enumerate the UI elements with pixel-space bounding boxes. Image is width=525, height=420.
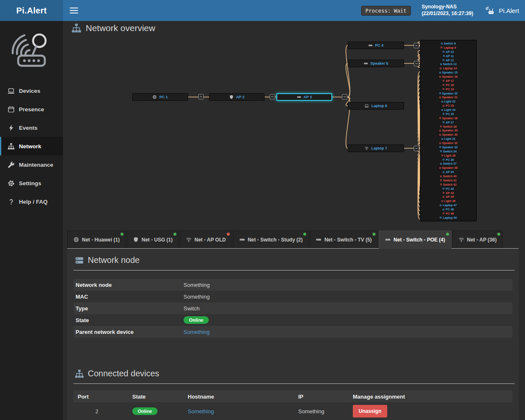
- stack-device-speaker-21[interactable]: Speaker 21: [420, 96, 476, 99]
- stack-device-switch-37[interactable]: Switch 37: [420, 162, 476, 165]
- stack-device-label: Light 46: [444, 200, 456, 202]
- tab-label: Net - USG (1): [142, 237, 173, 243]
- switch-icon: [316, 237, 321, 242]
- tab-net-switch-poe-4[interactable]: Net - Switch - POE (4): [379, 231, 452, 248]
- sidebar-item-presence[interactable]: Presence: [0, 100, 63, 118]
- stack-device-light-22[interactable]: Light 22: [420, 100, 476, 103]
- info-row: TypeSwitch: [74, 302, 512, 314]
- tab-status-dot: [227, 233, 230, 236]
- tab-status-dot: [446, 233, 449, 236]
- stack-device-speaker-38[interactable]: Speaker 38: [420, 166, 476, 169]
- sidebar-item-maintenance[interactable]: Maintenance: [0, 155, 63, 174]
- stack-device-switch-34[interactable]: Switch 34: [420, 150, 476, 153]
- stack-device-speaker-20[interactable]: Speaker 20: [420, 92, 476, 95]
- stack-device-ap-45[interactable]: AP 45: [420, 195, 476, 198]
- tab-net-usg-1[interactable]: Net - USG (1): [127, 231, 179, 248]
- collapse-button[interactable]: −: [414, 146, 419, 151]
- wrench-icon: [8, 161, 15, 168]
- column-header-state: State: [132, 394, 188, 400]
- stack-device-speaker-16[interactable]: Speaker 16: [420, 75, 476, 78]
- stack-device-label: Speaker 30: [442, 133, 458, 136]
- tab-net-switch-tv-5[interactable]: Net - Switch - TV (5): [310, 231, 378, 248]
- stack-device-light-46[interactable]: Light 46: [420, 200, 476, 202]
- stack-device-switch-13[interactable]: Switch 13: [420, 63, 476, 66]
- stack-device-light-35[interactable]: Light 35: [420, 154, 476, 157]
- stack-device-switch-40[interactable]: Switch 40: [420, 175, 476, 178]
- hostname-link[interactable]: Something: [188, 408, 214, 415]
- stack-device-switch-8[interactable]: Switch 8: [420, 42, 476, 45]
- sidebar-item-label: Devices: [19, 88, 40, 94]
- stack-device-label: Speaker 15: [442, 71, 458, 74]
- stack-device-laptop-50[interactable]: Laptop 50: [420, 216, 476, 219]
- tab-net-huawei-1[interactable]: Net - Huawei (1): [67, 231, 126, 248]
- tab-net-ap-old[interactable]: Net - AP OLD: [180, 231, 232, 248]
- sidebar-item-network[interactable]: Network: [0, 137, 63, 155]
- stack-device-pc-43[interactable]: PC 43: [420, 187, 476, 190]
- stack-device-ap-10[interactable]: AP 10: [420, 50, 476, 53]
- network-overview-icon: [71, 23, 81, 33]
- parent-device-link[interactable]: Something: [184, 329, 210, 335]
- device-node-speaker-5[interactable]: Speaker 5: [348, 60, 404, 67]
- stack-device-speaker-32[interactable]: Speaker 32: [420, 142, 476, 144]
- stack-device-ap-17[interactable]: AP 17: [420, 79, 476, 82]
- device-node-ap-2[interactable]: AP 2: [209, 93, 265, 101]
- stack-device-pc-23[interactable]: PC 23: [420, 104, 476, 107]
- stack-device-light-31[interactable]: Light 31: [420, 137, 476, 140]
- stack-device-pc-25[interactable]: PC 25: [420, 113, 476, 116]
- device-node-pc-4[interactable]: PC 4: [348, 42, 404, 49]
- ip-cell: Something: [298, 408, 353, 415]
- stack-device-switch-42[interactable]: Switch 42: [420, 183, 476, 186]
- stack-device-laptop-47[interactable]: Laptop 47: [420, 204, 476, 207]
- tab-status-dot: [303, 233, 306, 236]
- stack-device-label: Light 24: [444, 108, 456, 111]
- stack-device-pc-18[interactable]: PC 18: [420, 84, 476, 87]
- stack-device-pc-36[interactable]: PC 36: [420, 158, 476, 161]
- stack-device-label: PC 36: [446, 158, 454, 161]
- collapse-button[interactable]: −: [342, 94, 347, 100]
- shield-icon: [133, 237, 139, 242]
- stack-device-laptop-9[interactable]: Laptop 9: [420, 46, 476, 49]
- stack-device-switch-28[interactable]: Switch 28: [420, 125, 476, 128]
- stack-device-pc-19[interactable]: PC 19: [420, 88, 476, 91]
- unassign-button[interactable]: Unassign: [353, 405, 387, 417]
- sidebar-item-events[interactable]: Events: [0, 118, 63, 137]
- collapse-button[interactable]: −: [270, 94, 275, 100]
- device-node-laptop-6[interactable]: Laptop 6: [348, 102, 404, 110]
- stack-device-label: AP 12: [446, 59, 454, 62]
- device-node-ap-3[interactable]: AP 3: [276, 93, 332, 101]
- sidebar-item-settings[interactable]: Settings: [0, 174, 63, 192]
- stack-device-ap-12[interactable]: AP 12: [420, 59, 476, 62]
- stack-device-ap-39[interactable]: AP 39: [420, 171, 476, 173]
- device-node-laptop-7[interactable]: Laptop 7: [348, 144, 404, 152]
- top-nav-strip: Process: Wait Synology-NAS (22/01/2023, …: [63, 0, 525, 21]
- stack-device-light-24[interactable]: Light 24: [420, 108, 476, 111]
- bolt-icon: [8, 124, 15, 131]
- collapse-button[interactable]: −: [414, 61, 419, 66]
- online-badge: Online: [184, 316, 209, 324]
- sidebar-item-help-faq[interactable]: Help / FAQ: [0, 192, 63, 211]
- stack-device-speaker-15[interactable]: Speaker 15: [420, 71, 476, 74]
- sitemap-icon: [75, 369, 84, 378]
- stack-device-pc-49[interactable]: PC 49: [420, 212, 476, 215]
- stack-device-speaker-29[interactable]: Speaker 29: [420, 129, 476, 132]
- tab-net-switch-study-2[interactable]: Net - Switch - Study (2): [233, 231, 309, 248]
- menu-toggle-icon[interactable]: [70, 6, 78, 15]
- collapse-button[interactable]: −: [414, 43, 419, 48]
- collapse-button[interactable]: −: [198, 94, 204, 100]
- stack-device-speaker-26[interactable]: Speaker 26: [420, 117, 476, 120]
- stack-device-ap-11[interactable]: AP 11: [420, 55, 476, 58]
- device-glyph-icon: [439, 167, 441, 169]
- stack-device-pc-48[interactable]: PC 48: [420, 208, 476, 211]
- stack-device-ap-44[interactable]: AP 44: [420, 192, 476, 194]
- tab-net-ap-36[interactable]: Net - AP (36): [452, 231, 503, 248]
- sidebar-item-devices[interactable]: Devices: [0, 81, 63, 100]
- stack-device-ap-27[interactable]: AP 27: [420, 121, 476, 124]
- device-glyph-icon: [443, 113, 444, 115]
- device-node-pc-1[interactable]: PC 1: [132, 93, 188, 101]
- host-timestamp: (22/01/2023, 16:27:39): [422, 10, 473, 17]
- stack-device-speaker-30[interactable]: Speaker 30: [420, 133, 476, 136]
- stack-device-speaker-33[interactable]: Speaker 33: [420, 146, 476, 149]
- stack-device-label: AP 45: [446, 195, 454, 198]
- stack-device-laptop-14[interactable]: Laptop 14: [420, 67, 476, 70]
- stack-device-switch-41[interactable]: Switch 41: [420, 179, 476, 182]
